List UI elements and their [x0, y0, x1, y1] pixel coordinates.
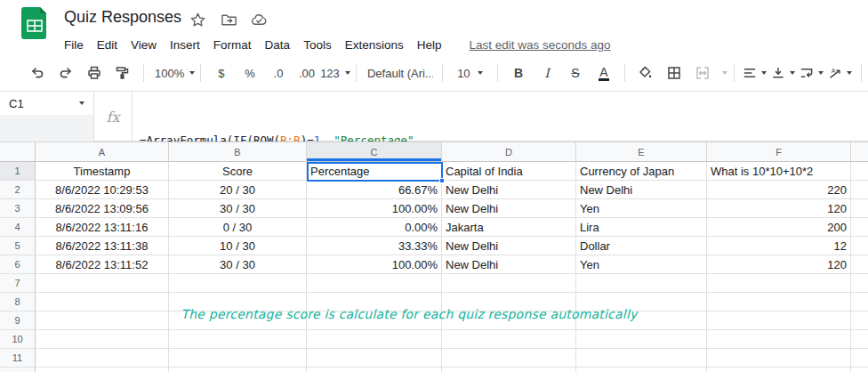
menu-file[interactable]: File [64, 38, 84, 52]
cell-B7[interactable] [169, 274, 307, 293]
horizontal-align-button[interactable] [743, 61, 767, 85]
cell-D1[interactable]: Capital of India [442, 162, 576, 181]
move-to-folder-icon[interactable] [221, 12, 237, 28]
row-header-9[interactable]: 9 [0, 311, 36, 330]
cell-F7[interactable] [707, 274, 851, 293]
format-percent-button[interactable]: % [238, 61, 261, 85]
cell-B[interactable] [169, 368, 307, 372]
row-header-4[interactable]: 4 [0, 218, 36, 237]
cell-C5[interactable]: 33.33% [307, 237, 442, 255]
cell-B1[interactable]: Score [169, 162, 307, 181]
sheets-logo-icon[interactable] [21, 7, 48, 39]
cell-B5[interactable]: 10 / 30 [169, 237, 307, 255]
cell-C6[interactable]: 100.00% [307, 255, 442, 274]
cell-A7[interactable] [36, 274, 169, 293]
document-title[interactable]: Quiz Responses [64, 8, 181, 27]
row-header-7[interactable]: 7 [0, 274, 36, 293]
cell-D3[interactable]: New Delhi [442, 199, 576, 218]
cell-E7[interactable] [576, 274, 707, 293]
font-size-select[interactable]: 10 [452, 61, 488, 85]
cell-E10[interactable] [576, 330, 707, 349]
cell-A4[interactable]: 8/6/2022 13:11:16 [36, 218, 169, 237]
cell-F11[interactable] [707, 349, 851, 368]
column-header-C[interactable]: C [307, 142, 442, 162]
row-header-1[interactable]: 1 [0, 162, 36, 181]
menu-extensions[interactable]: Extensions [345, 38, 404, 52]
cell-B4[interactable]: 0 / 30 [169, 218, 307, 237]
column-header-B[interactable]: B [169, 142, 307, 162]
text-rotation-button[interactable]: A [829, 61, 852, 85]
cell-C11[interactable] [307, 349, 442, 368]
row-header-5[interactable]: 5 [0, 237, 36, 255]
borders-icon[interactable] [663, 61, 686, 85]
cell-D2[interactable]: New Delhi [442, 181, 576, 199]
increase-decimal-button[interactable]: .00 [295, 61, 318, 85]
cell-C2[interactable]: 66.67% [307, 181, 442, 199]
cell-F4[interactable]: 200 [707, 218, 851, 237]
cell-A11[interactable] [36, 349, 169, 368]
cell-B6[interactable]: 30 / 30 [169, 255, 307, 274]
row-header-6[interactable]: 6 [0, 255, 36, 274]
decrease-decimal-button[interactable]: .0 [267, 61, 290, 85]
cell-E2[interactable]: New Delhi [576, 181, 707, 199]
cell-E1[interactable]: Currency of Japan [576, 162, 707, 181]
cell-D[interactable] [442, 368, 576, 372]
text-wrap-button[interactable] [800, 61, 824, 85]
cell-E5[interactable]: Dollar [576, 237, 707, 255]
cell-E6[interactable]: Yen [576, 255, 707, 274]
vertical-align-button[interactable] [772, 61, 795, 85]
cell-F1[interactable]: What is 10*10+10*2 [707, 162, 851, 181]
name-box[interactable]: C1 [0, 92, 93, 115]
cell-D5[interactable]: New Delhi [442, 237, 576, 255]
bold-button[interactable]: B [507, 61, 530, 85]
merge-cells-icon[interactable] [691, 61, 714, 85]
print-icon[interactable] [83, 61, 106, 85]
row-header-11[interactable]: 11 [0, 349, 36, 368]
select-all-corner[interactable] [0, 142, 36, 162]
more-formats-button[interactable]: 123 [324, 61, 347, 85]
cell-E4[interactable]: Lira [576, 218, 707, 237]
redo-icon[interactable] [54, 61, 77, 85]
row-header-partial[interactable] [0, 368, 36, 372]
cell-A10[interactable] [36, 330, 169, 349]
format-currency-button[interactable]: $ [210, 61, 233, 85]
cell-C[interactable] [307, 368, 442, 372]
italic-button[interactable]: I [535, 61, 559, 85]
cell-F2[interactable]: 220 [707, 181, 851, 199]
cell-B3[interactable]: 30 / 30 [169, 199, 307, 218]
cell-E3[interactable]: Yen [576, 199, 707, 218]
cell-F3[interactable]: 120 [707, 199, 851, 218]
cell-E[interactable] [576, 368, 707, 372]
cell-D11[interactable] [442, 349, 576, 368]
fill-color-icon[interactable] [634, 61, 657, 85]
cell-F5[interactable]: 12 [707, 237, 851, 255]
cell-C3[interactable]: 100.00% [307, 199, 442, 218]
cell-A5[interactable]: 8/6/2022 13:11:38 [36, 237, 169, 255]
row-header-8[interactable]: 8 [0, 293, 36, 311]
cell-F6[interactable]: 120 [707, 255, 851, 274]
cell-C1[interactable]: Percentage [307, 162, 442, 181]
menu-help[interactable]: Help [417, 38, 442, 52]
zoom-select[interactable]: 100% [153, 61, 191, 85]
cell-A2[interactable]: 8/6/2022 10:29:53 [36, 181, 169, 199]
menu-edit[interactable]: Edit [97, 38, 117, 52]
row-header-2[interactable]: 2 [0, 181, 36, 199]
menu-tools[interactable]: Tools [303, 38, 332, 52]
strikethrough-button[interactable]: S [564, 61, 587, 85]
column-header-F[interactable]: F [707, 142, 851, 162]
menu-view[interactable]: View [131, 38, 157, 52]
cell-B10[interactable] [169, 330, 307, 349]
cell-D7[interactable] [442, 274, 576, 293]
text-color-button[interactable]: A [592, 61, 615, 85]
cell-D6[interactable]: New Delhi [442, 255, 576, 274]
menu-data[interactable]: Data [265, 38, 291, 52]
cell-C7[interactable] [307, 274, 442, 293]
cell-C4[interactable]: 0.00% [307, 218, 442, 237]
cell-F9[interactable] [707, 311, 851, 330]
undo-icon[interactable] [26, 61, 49, 85]
cell-D10[interactable] [442, 330, 576, 349]
cell-E11[interactable] [576, 349, 707, 368]
cell-A3[interactable]: 8/6/2022 13:09:56 [36, 199, 169, 218]
column-header-E[interactable]: E [576, 142, 707, 162]
cell-F10[interactable] [707, 330, 851, 349]
